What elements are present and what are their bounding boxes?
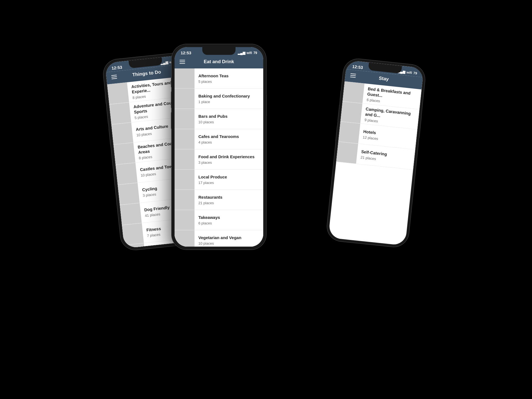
- item-thumbnail: [175, 210, 195, 230]
- header-center: Eat and Drink: [175, 56, 263, 68]
- list-item[interactable]: Cafes and Tearooms4 places: [175, 129, 263, 149]
- item-text-block: Local Produce17 places: [195, 174, 263, 185]
- item-thumbnail: [122, 223, 144, 245]
- phones-container: 12:53 ▂▄▆ wifi 79 Things to Do Activitie…: [114, 33, 418, 366]
- time-center: 12:53: [181, 50, 191, 55]
- time-left: 12:53: [111, 65, 122, 71]
- item-text-block: Self-Catering21 places: [357, 149, 415, 165]
- title-center: Eat and Drink: [204, 59, 234, 65]
- phone-center: 12:53 ▂▄▆ wifi 79 Eat and Drink Afternoo…: [172, 44, 266, 249]
- item-count: 3 places: [198, 160, 259, 165]
- item-thumbnail: [341, 101, 362, 123]
- item-count: 17 places: [198, 181, 259, 185]
- list-item[interactable]: Restaurants21 places: [175, 190, 263, 210]
- item-thumbnail: [336, 142, 358, 163]
- wifi-icon-center: wifi: [247, 51, 252, 55]
- item-name: Restaurants: [198, 195, 259, 200]
- item-thumbnail: [175, 230, 195, 247]
- item-count: 4 places: [198, 140, 259, 144]
- item-thumbnail: [338, 122, 360, 144]
- title-right: Stay: [378, 75, 389, 82]
- menu-icon-left[interactable]: [111, 75, 117, 79]
- item-text-block: Hotels12 places: [359, 128, 417, 145]
- item-thumbnail: [175, 68, 195, 88]
- item-thumbnail: [120, 203, 142, 225]
- item-thumbnail: [116, 163, 137, 185]
- item-name: Takeaways: [198, 215, 259, 220]
- item-thumbnail: [175, 89, 195, 109]
- item-text-block: Food and Drink Experiences3 places: [195, 154, 263, 165]
- phone-right: 12:53 ▂▄▆ wifi 79 Stay Bed & Breakfasts …: [326, 58, 426, 248]
- item-thumbnail: [114, 143, 135, 165]
- item-name: Local Produce: [198, 174, 259, 180]
- item-text-block: Camping, Caravanning and G...9 places: [360, 106, 419, 127]
- item-thumbnail: [111, 122, 133, 144]
- item-text-block: Bed & Breakfasts and Guest...6 places: [363, 86, 421, 107]
- item-name: Food and Drink Experiences: [198, 154, 259, 160]
- list-item[interactable]: Baking and Confectionary1 place: [175, 89, 263, 109]
- item-text-block: Cafes and Tearooms4 places: [195, 134, 263, 144]
- item-name: Cafes and Tearooms: [198, 134, 259, 139]
- list-item[interactable]: Takeaways6 places: [175, 210, 263, 230]
- wifi-icon-right: wifi: [406, 70, 412, 75]
- item-thumbnail: [175, 170, 195, 190]
- signal-icon-center: ▂▄▆: [238, 51, 245, 55]
- list-center: Afternoon Teas5 placesBaking and Confect…: [175, 68, 263, 247]
- item-count: 6 places: [198, 221, 259, 225]
- item-text-block: Afternoon Teas5 places: [195, 73, 263, 84]
- item-count: 5 places: [198, 80, 259, 84]
- battery-center: 79: [254, 51, 257, 55]
- list-right: Bed & Breakfasts and Guest...6 placesCam…: [336, 81, 421, 170]
- item-name: Vegetarian and Vegan: [198, 235, 259, 241]
- item-count: 1 place: [198, 100, 259, 104]
- item-thumbnail: [107, 82, 129, 104]
- item-text-block: Takeaways6 places: [195, 215, 263, 225]
- list-item[interactable]: Bars and Pubs10 places: [175, 109, 263, 129]
- item-thumbnail: [175, 129, 195, 149]
- phone-right-screen: 12:53 ▂▄▆ wifi 79 Stay Bed & Breakfasts …: [328, 60, 424, 246]
- item-text-block: Bars and Pubs10 places: [195, 114, 263, 124]
- item-thumbnail: [175, 149, 195, 169]
- title-left: Things to Do: [132, 69, 161, 78]
- item-count: 21 places: [198, 201, 259, 205]
- item-thumbnail: [109, 103, 131, 124]
- list-item[interactable]: Local Produce17 places: [175, 170, 263, 190]
- status-icons-center: ▂▄▆ wifi 79: [238, 51, 257, 55]
- item-thumbnail: [342, 81, 364, 103]
- item-count: 10 places: [198, 120, 259, 124]
- item-text-block: Vegetarian and Vegan10 places: [195, 235, 263, 245]
- item-name: Afternoon Teas: [198, 73, 259, 79]
- menu-icon-right[interactable]: [350, 73, 356, 78]
- home-indicator-right: [353, 235, 381, 239]
- item-text-block: Baking and Confectionary1 place: [195, 93, 263, 104]
- item-thumbnail: [175, 109, 195, 129]
- list-item[interactable]: Vegetarian and Vegan10 places: [175, 230, 263, 247]
- list-item[interactable]: Food and Drink Experiences3 places: [175, 149, 263, 170]
- notch-center: [202, 47, 236, 55]
- item-name: Bars and Pubs: [198, 114, 259, 119]
- item-thumbnail: [118, 183, 140, 205]
- phone-center-screen: 12:53 ▂▄▆ wifi 79 Eat and Drink Afternoo…: [175, 47, 263, 247]
- battery-right: 79: [413, 71, 417, 75]
- item-text-block: Restaurants21 places: [195, 195, 263, 205]
- item-name: Baking and Confectionary: [198, 93, 259, 99]
- list-item[interactable]: Afternoon Teas5 places: [175, 68, 263, 89]
- time-right: 12:53: [352, 64, 363, 70]
- menu-icon-center[interactable]: [180, 60, 185, 64]
- item-thumbnail: [175, 190, 195, 210]
- home-indicator-center: [205, 242, 233, 243]
